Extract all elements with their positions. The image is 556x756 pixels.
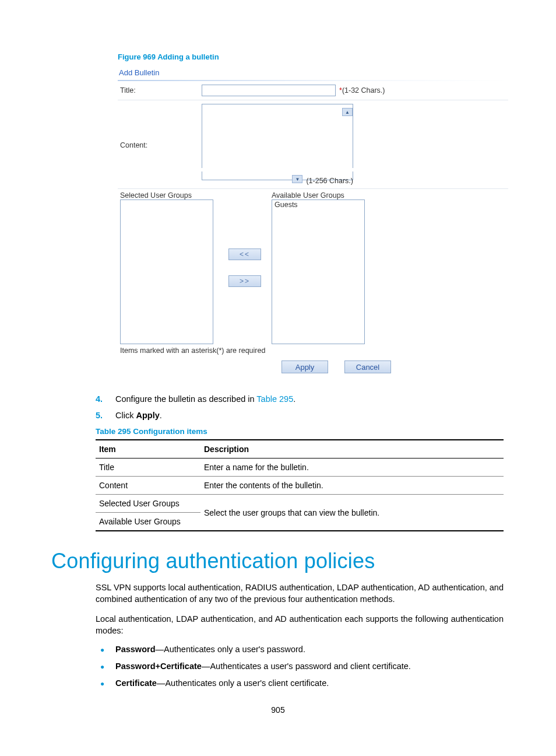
paragraph: Local authentication, LDAP authenticatio… [96, 613, 504, 636]
selected-groups-label: Selected User Groups [120, 191, 221, 200]
step-list: 4. Configure the bulletin as described i… [96, 394, 505, 420]
list-item: ●Certificate—Authenticates only a user's… [100, 678, 502, 690]
bullet-list: ●Password—Authenticates only a user's pa… [100, 645, 502, 690]
bullet-strong: Certificate [115, 678, 157, 688]
td-item: Title [96, 459, 200, 477]
step-5: 5. Click Apply. [96, 411, 505, 420]
table-row: Selected User Groups Select the user gro… [96, 495, 504, 513]
td-desc: Enter a name for the bulletin. [200, 459, 504, 477]
form-header: Add Bulletin [118, 67, 508, 81]
bullet-rest: —Authenticates a user's password and cli… [202, 662, 411, 671]
step-4-suffix: . [293, 394, 295, 404]
content-label: Content: [120, 139, 202, 149]
content-hint: (1-256 Chars.) [306, 175, 353, 185]
table-header-row: Item Description [96, 440, 504, 459]
bullet-icon: ● [100, 662, 115, 673]
bullet-icon: ● [100, 645, 115, 656]
table-row: Title Enter a name for the bulletin. [96, 459, 504, 477]
step-4-link[interactable]: Table 295 [256, 394, 293, 404]
form-button-row: Apply Cancel [118, 359, 508, 379]
move-right-button[interactable]: >> [228, 275, 261, 287]
bullet-strong: Password+Certificate [115, 662, 202, 671]
th-item: Item [96, 440, 200, 459]
step-5-prefix: Click [115, 411, 136, 420]
content-scroll-up-icon[interactable]: ▲ [342, 108, 353, 116]
available-group-option[interactable]: Guests [272, 200, 364, 209]
title-label: Title: [120, 85, 202, 94]
step-4-number: 4. [96, 394, 115, 404]
bullet-strong: Password [115, 645, 156, 654]
selected-groups-listbox[interactable] [120, 200, 213, 344]
row-user-groups: Selected User Groups << >> Available Use… [118, 189, 508, 345]
config-table: Item Description Title Enter a name for … [96, 439, 504, 531]
available-groups-listbox[interactable]: Guests [272, 200, 365, 344]
row-title: Title: *(1-32 Chars.) [118, 81, 508, 100]
bullet-rest: —Authenticates only a user's password. [156, 645, 305, 654]
list-item: ●Password+Certificate—Authenticates a us… [100, 662, 502, 673]
step-4-prefix: Configure the bulletin as described in [115, 394, 256, 404]
add-bulletin-form: Add Bulletin Title: *(1-32 Chars.) Conte… [118, 67, 508, 379]
row-content: Content: ▲ ▼ (1-256 Chars.) [118, 100, 508, 189]
required-note: Items marked with an asterisk(*) are req… [118, 345, 508, 359]
paragraph: SSL VPN supports local authentication, R… [96, 582, 504, 605]
step-4: 4. Configure the bulletin as described i… [96, 394, 505, 404]
list-item: ●Password—Authenticates only a user's pa… [100, 645, 502, 656]
step-5-suffix: . [160, 411, 162, 420]
available-groups-label: Available User Groups [272, 191, 373, 200]
apply-button[interactable]: Apply [281, 360, 328, 373]
content-textarea[interactable] [202, 104, 353, 168]
table-row: Content Enter the contents of the bullet… [96, 477, 504, 495]
step-5-number: 5. [96, 411, 115, 420]
cancel-button[interactable]: Cancel [344, 360, 391, 373]
title-hint-text: (1-32 Chars.) [342, 86, 385, 94]
td-item: Content [96, 477, 200, 495]
td-item: Selected User Groups [96, 495, 200, 513]
page-number: 905 [51, 705, 505, 715]
figure-caption: Figure 969 Adding a bulletin [118, 52, 505, 61]
title-hint: *(1-32 Chars.) [339, 85, 385, 94]
content-scroll-down-icon[interactable]: ▼ [292, 175, 302, 183]
move-left-button[interactable]: << [228, 249, 261, 260]
title-input[interactable] [202, 85, 336, 96]
td-item: Available User Groups [96, 513, 200, 531]
step-5-strong: Apply [136, 411, 159, 420]
td-desc: Enter the contents of the bulletin. [200, 477, 504, 495]
mover-column: << >> [221, 191, 268, 344]
bullet-rest: —Authenticates only a user's client cert… [157, 678, 329, 688]
bullet-icon: ● [100, 678, 115, 690]
th-description: Description [200, 440, 504, 459]
table-caption: Table 295 Configuration items [96, 427, 505, 436]
td-desc: Select the user groups that can view the… [200, 495, 504, 531]
section-heading: Configuring authentication policies [51, 549, 505, 573]
